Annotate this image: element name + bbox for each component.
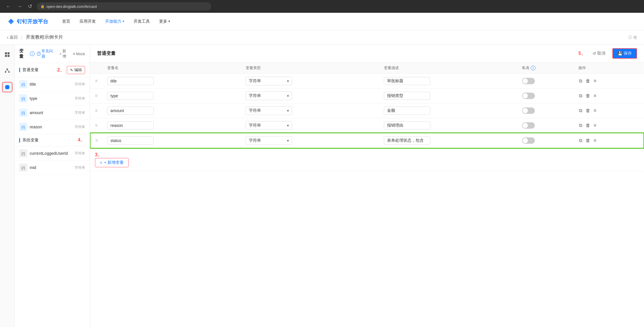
copy-icon[interactable]: ⧉ (578, 107, 583, 114)
back-button[interactable]: ← (5, 2, 12, 11)
var-item-mid[interactable]: {/} mid 字符串 (15, 161, 90, 175)
desc-input-amount[interactable] (384, 107, 430, 115)
nav-open-capability[interactable]: 开放能力 ▾ (105, 18, 124, 25)
page-header: ‹ 返回 | 开发教程示例卡片 ⓘ 使 (0, 30, 644, 45)
type-select-title[interactable]: 字符串 ▾ (246, 77, 292, 85)
drag-handle-icon[interactable]: ≡ (95, 78, 98, 83)
name-input-status[interactable] (107, 136, 154, 145)
toggle-status[interactable] (522, 137, 535, 144)
toggle-type[interactable] (522, 93, 535, 99)
var-name: mid (30, 165, 72, 170)
col-private: 私有 i (517, 62, 573, 74)
delete-icon[interactable]: 🗑 (585, 107, 591, 114)
list-icon[interactable]: ≡ (593, 93, 597, 99)
var-item-reason[interactable]: {/} reason 字符串 (15, 120, 90, 134)
faq-button[interactable]: ? 常见问题 (37, 48, 56, 59)
type-select-amount[interactable]: 字符串 ▾ (246, 106, 292, 115)
desc-input-type[interactable] (384, 92, 430, 100)
action-cell: ⧉ 🗑 ≡ (574, 89, 644, 103)
drag-cell[interactable]: ≡ (90, 103, 102, 118)
nav-dev-tools[interactable]: 开发工具 (134, 18, 150, 25)
variable-info-icon[interactable]: i (30, 51, 35, 56)
add-variable-button[interactable]: + + 新增变量 (95, 158, 129, 167)
list-icon[interactable]: ≡ (593, 137, 597, 144)
private-cell (517, 103, 573, 118)
page-title: 开发教程示例卡片 (26, 34, 63, 40)
var-name: title (30, 82, 72, 87)
list-icon[interactable]: ≡ (593, 107, 597, 114)
copy-icon[interactable]: ⧉ (578, 78, 583, 84)
var-item-type[interactable]: {/} type 字符串 (15, 91, 90, 106)
desc-input-title[interactable] (384, 77, 430, 85)
type-select-status[interactable]: 字符串 ▾ (246, 136, 292, 145)
nav-home[interactable]: 首页 (62, 18, 70, 25)
logo-text: 钉钉开放平台 (17, 18, 48, 25)
drag-handle-icon[interactable]: ≡ (95, 138, 98, 143)
annotation-2: 2、 (57, 67, 64, 73)
copy-icon[interactable]: ⧉ (578, 122, 583, 129)
drag-handle-icon[interactable]: ≡ (95, 108, 98, 113)
back-nav-button[interactable]: ‹ 返回 (7, 35, 18, 40)
delete-icon[interactable]: 🗑 (585, 78, 591, 84)
var-name: currentLoggedUserId (30, 151, 72, 156)
desc-cell (379, 103, 517, 118)
reload-button[interactable]: ↺ (27, 2, 33, 11)
sidebar-icon-layout[interactable] (2, 49, 12, 60)
logo[interactable]: 钉钉开放平台 (7, 17, 48, 26)
nav-more[interactable]: 更多 ▾ (159, 18, 170, 25)
edit-button[interactable]: ✎ 编辑 (67, 66, 85, 74)
name-input-amount[interactable] (107, 107, 154, 115)
url-bar[interactable]: 🔒 open-dev.dingtalk.com/fe/card (37, 2, 211, 10)
var-item-user-id[interactable]: {/} currentLoggedUserId 字符串 (15, 146, 90, 161)
var-icon: {/} (19, 123, 27, 131)
action-cell: ⧉ 🗑 ≡ (574, 103, 644, 118)
drag-cell[interactable]: ≡ (90, 133, 102, 148)
mock-button[interactable]: ≡ Mock (73, 52, 85, 56)
toggle-reason[interactable] (522, 122, 535, 129)
private-info-icon[interactable]: i (531, 66, 535, 70)
copy-icon[interactable]: ⧉ (578, 137, 583, 144)
drag-handle-icon[interactable]: ≡ (95, 123, 98, 128)
drag-cell[interactable]: ≡ (90, 74, 102, 89)
desc-input-status[interactable] (384, 136, 430, 145)
help-icon[interactable]: ⓘ 使 (628, 35, 637, 40)
toggle-amount[interactable] (522, 107, 535, 114)
toggle-title[interactable] (522, 78, 535, 84)
name-input-title[interactable] (107, 77, 154, 85)
desc-input-reason[interactable] (384, 121, 430, 130)
svg-rect-3 (8, 55, 10, 57)
svg-rect-1 (8, 52, 10, 54)
delete-icon[interactable]: 🗑 (585, 93, 591, 99)
normal-vars-section: 普通变量 2、 ✎ 编辑 {/} title 字符串 {/} type 字符串 (15, 63, 90, 134)
delete-icon[interactable]: 🗑 (585, 137, 591, 144)
col-drag (90, 62, 102, 74)
left-panel: 变量 i ? 常见问题 + 新增 ≡ Mock 普通 (15, 45, 90, 327)
name-cell (102, 74, 241, 89)
cancel-button[interactable]: ↺ 取消 (589, 49, 609, 58)
save-button[interactable]: 💾 保存 (612, 48, 637, 59)
add-var-left-button[interactable]: + 新增 (59, 48, 69, 59)
type-select-reason[interactable]: 字符串 ▾ (246, 121, 292, 130)
name-cell (102, 103, 241, 118)
type-select-type[interactable]: 字符串 ▾ (246, 91, 292, 100)
name-input-reason[interactable] (107, 121, 154, 130)
svg-line-8 (7, 70, 9, 71)
delete-icon[interactable]: 🗑 (585, 122, 591, 129)
sidebar-icon-components[interactable] (2, 66, 12, 76)
nav-app-dev[interactable]: 应用开发 (80, 18, 96, 25)
drag-cell[interactable]: ≡ (90, 89, 102, 103)
name-input-type[interactable] (107, 92, 154, 100)
col-var-name: 变量名 (102, 62, 241, 74)
list-icon[interactable]: ≡ (593, 122, 597, 129)
copy-icon[interactable]: ⧉ (578, 93, 583, 99)
list-icon[interactable]: ≡ (593, 78, 597, 84)
var-item-title[interactable]: {/} title 字符串 (15, 77, 90, 91)
var-name: reason (30, 125, 72, 129)
drag-handle-icon[interactable]: ≡ (95, 93, 98, 98)
cancel-icon: ↺ (593, 51, 596, 56)
drag-cell[interactable]: ≡ (90, 118, 102, 133)
var-item-amount[interactable]: {/} amount 字符串 (15, 106, 90, 120)
sidebar-icon-variables[interactable]: 1、 (2, 82, 12, 92)
forward-button[interactable]: → (16, 2, 23, 11)
type-cell: 字符串 ▾ (241, 118, 379, 133)
